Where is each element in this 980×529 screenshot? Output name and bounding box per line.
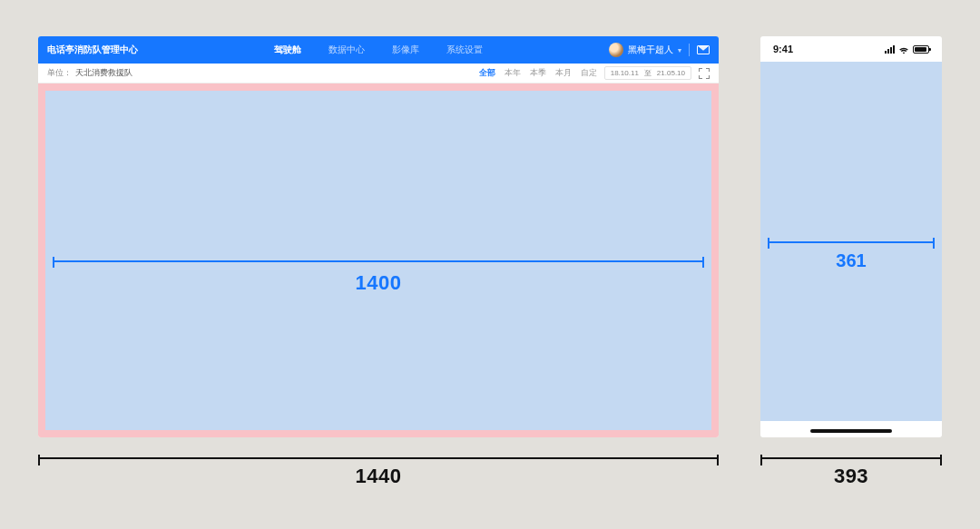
mail-icon[interactable] (697, 45, 710, 54)
divider (689, 44, 690, 56)
status-time: 9:41 (773, 44, 793, 54)
tab-custom[interactable]: 自定 (581, 67, 597, 79)
tab-month[interactable]: 本月 (555, 67, 572, 79)
mobile-frame: 9:41 361 (760, 36, 942, 437)
home-indicator (810, 429, 892, 433)
cellular-icon (885, 45, 895, 54)
app-title: 电话亭消防队管理中心 (47, 44, 138, 56)
inner-width-indicator (53, 260, 704, 262)
inner-width-label: 1400 (356, 271, 402, 295)
mobile-outer-dimension (760, 454, 942, 463)
chevron-down-icon: ▾ (678, 46, 681, 54)
date-start: 18.10.11 (611, 69, 639, 77)
dimension-line (760, 457, 942, 459)
desktop-frame: 电话亭消防队管理中心 驾驶舱 数据中心 影像库 系统设置 黑梅干超人 ▾ 单位：… (38, 36, 719, 437)
desktop-spec: 电话亭消防队管理中心 驾驶舱 数据中心 影像库 系统设置 黑梅干超人 ▾ 单位：… (38, 36, 719, 488)
avatar-icon (609, 43, 623, 57)
date-end: 21.05.10 (657, 69, 685, 77)
nav-dashboard[interactable]: 驾驶舱 (274, 44, 301, 56)
mobile-safe-area: 361 (760, 62, 942, 421)
fullscreen-icon[interactable] (699, 68, 710, 79)
nav-gallery[interactable]: 影像库 (392, 44, 419, 56)
desktop-outer-dimension (38, 454, 719, 463)
wifi-icon (898, 45, 909, 54)
unit-label: 单位： (47, 67, 72, 79)
desktop-canvas-margin: 1400 (38, 83, 719, 437)
nav-settings[interactable]: 系统设置 (446, 44, 483, 56)
range-tabs: 全部 本年 本季 本月 自定 (479, 67, 597, 79)
unit-value: 天北消费救援队 (75, 67, 132, 79)
mobile-outer-width-label: 393 (760, 465, 942, 488)
dimension-line (38, 457, 719, 459)
date-separator: 至 (644, 68, 652, 78)
app-header: 电话亭消防队管理中心 驾驶舱 数据中心 影像库 系统设置 黑梅干超人 ▾ (38, 36, 719, 64)
desktop-safe-area: 1400 (45, 91, 711, 430)
user-menu[interactable]: 黑梅干超人 ▾ (609, 43, 681, 57)
battery-icon (913, 45, 929, 54)
filter-bar: 单位： 天北消费救援队 全部 本年 本季 本月 自定 18.10.11 至 21… (38, 64, 719, 83)
inner-width-indicator (768, 241, 935, 243)
nav-data-center[interactable]: 数据中心 (328, 44, 365, 56)
inner-width-label: 361 (836, 250, 866, 271)
tab-all[interactable]: 全部 (479, 67, 495, 79)
tab-quarter[interactable]: 本季 (530, 67, 546, 79)
desktop-outer-width-label: 1440 (38, 465, 719, 488)
primary-nav: 驾驶舱 数据中心 影像库 系统设置 (274, 44, 483, 56)
date-range-picker[interactable]: 18.10.11 至 21.05.10 (604, 66, 691, 80)
user-name: 黑梅干超人 (628, 44, 673, 56)
status-bar: 9:41 (760, 36, 942, 62)
tab-year[interactable]: 本年 (505, 67, 521, 79)
mobile-spec: 9:41 361 393 (760, 36, 942, 488)
